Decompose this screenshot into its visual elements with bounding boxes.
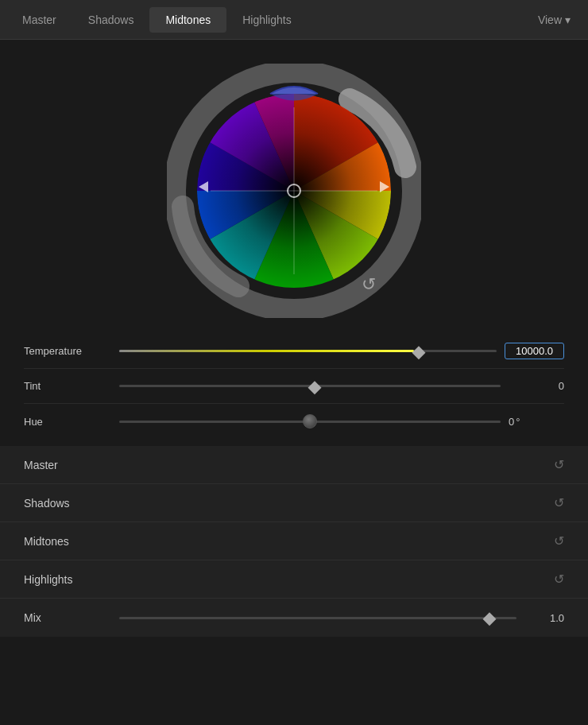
color-wheel-svg[interactable]: ↺ [167,64,421,318]
color-wheel-container[interactable]: ↺ [167,64,421,318]
tint-value[interactable]: 0 [509,380,564,392]
mix-value[interactable]: 1.0 [524,612,564,624]
temperature-label: Temperature [24,345,111,357]
hue-thumb[interactable] [303,414,317,428]
mix-slider[interactable] [119,617,516,619]
hue-value-text[interactable]: 0 [509,416,514,428]
tab-midtones[interactable]: Midtones [149,7,226,33]
wheel-reset-icon[interactable]: ↺ [362,274,376,294]
midtones-reset-icon[interactable]: ↺ [554,533,564,549]
master-section-row[interactable]: Master ↺ [0,446,588,484]
master-reset-icon[interactable]: ↺ [554,457,564,472]
tab-highlights[interactable]: Highlights [226,7,307,33]
hue-label: Hue [24,416,111,428]
highlights-reset-icon[interactable]: ↺ [554,572,564,587]
mix-label: Mix [24,611,111,624]
mix-row: Mix 1.0 [0,599,588,637]
highlights-section-row[interactable]: Highlights ↺ [0,560,588,599]
color-wheel-section: ↺ [0,40,588,326]
tint-label: Tint [24,380,111,392]
tab-shadows[interactable]: Shadows [72,7,150,33]
tint-thumb[interactable] [304,381,315,392]
shadows-section-row[interactable]: Shadows ↺ [0,484,588,522]
temperature-row: Temperature 10000.0 [24,334,564,369]
tint-slider[interactable] [119,385,501,387]
midtones-section-label: Midtones [24,535,554,548]
tint-row: Tint 0 [24,369,564,404]
temperature-slider[interactable] [119,350,497,352]
master-section-label: Master [24,459,554,471]
hue-slider[interactable] [119,421,501,423]
temperature-thumb[interactable] [408,346,420,357]
view-menu-button[interactable]: View ▾ [527,9,582,31]
shadows-reset-icon[interactable]: ↺ [554,495,564,510]
midtones-section-row[interactable]: Midtones ↺ [0,522,588,560]
controls-section: Temperature 10000.0 Tint 0 Hue 0 ° [0,326,588,443]
bottom-section: Master ↺ Shadows ↺ Midtones ↺ Highlights… [0,446,588,637]
hue-row: Hue 0 ° [24,404,564,439]
shadows-section-label: Shadows [24,497,554,510]
tab-master[interactable]: Master [6,7,72,33]
hue-value-container: 0 ° [509,416,564,428]
highlights-section-label: Highlights [24,573,554,586]
chevron-down-icon: ▾ [565,14,571,26]
tab-bar: Master Shadows Midtones Highlights View … [0,0,588,40]
hue-unit: ° [516,416,520,428]
temperature-fill [119,350,414,352]
temperature-value[interactable]: 10000.0 [505,343,564,359]
